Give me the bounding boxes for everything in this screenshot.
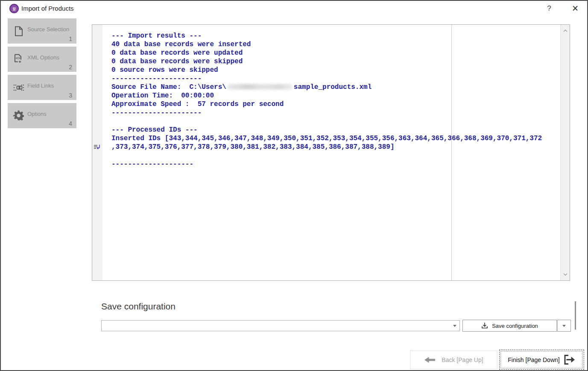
redacted-username-blur: [228, 84, 293, 89]
sidebar-item-options[interactable]: Options4: [8, 103, 76, 128]
log-line: 0 source rows were skipped: [111, 66, 560, 74]
xml-document-icon: <>*: [13, 53, 24, 65]
editor-gutter: [92, 25, 102, 280]
svg-text:*: *: [19, 59, 21, 65]
sidebar-item-label: Field Links: [27, 82, 54, 89]
finish-button[interactable]: Finish [Page Down]: [499, 350, 584, 370]
log-line: --------------------: [111, 160, 560, 168]
save-icon: [481, 322, 488, 329]
log-line: Approximate Speed : 57 records per secon…: [111, 100, 560, 109]
split-dropdown-icon: [562, 325, 566, 327]
import-products-window: u Import of Products ? × Source Selectio…: [0, 0, 588, 371]
back-button[interactable]: Back [Page Up]: [410, 350, 497, 369]
log-line: Source File Name: C:\Users\sample_produc…: [111, 83, 560, 91]
document-icon: [13, 25, 24, 37]
log-line: 0 data base records were skipped: [111, 57, 560, 66]
log-line: Operation Time: 00:00:00: [111, 91, 560, 100]
log-line: ----------------------: [111, 74, 560, 83]
finish-button-label: Finish [Page Down]: [508, 356, 559, 363]
log-line: --- Processed IDs ---: [111, 126, 560, 134]
gear-icon: [13, 110, 24, 122]
import-log-textarea[interactable]: --- Import results ---40 data base recor…: [92, 24, 570, 281]
panel-scrollbar-thumb[interactable]: [575, 301, 576, 330]
finish-button-inner: Finish [Page Down]: [500, 351, 583, 368]
combobox-dropdown-icon[interactable]: [453, 325, 456, 327]
sidebar-item-number: 3: [69, 92, 72, 99]
save-configuration-split-dropdown[interactable]: [557, 320, 571, 332]
log-line: [111, 151, 560, 160]
sidebar-item-source-selection[interactable]: Source Selection1: [8, 18, 76, 44]
log-line: ,373,374,375,376,377,378,379,380,381,382…: [111, 143, 560, 151]
title-bar: u Import of Products ? ×: [1, 1, 587, 16]
close-button[interactable]: ×: [569, 2, 581, 15]
line-wrap-icon: [94, 144, 101, 150]
log-line: 0 data base records were updated: [111, 49, 560, 57]
log-line: [111, 117, 560, 126]
sidebar-item-label: XML Options: [27, 54, 59, 61]
scroll-down-icon[interactable]: [561, 271, 570, 278]
help-button[interactable]: ?: [544, 3, 554, 14]
save-configuration-button-label: Save configuration: [492, 323, 538, 329]
field-links-icon: [13, 82, 24, 94]
sidebar-item-field-links[interactable]: Field Links3: [8, 75, 76, 100]
import-log-text: --- Import results ---40 data base recor…: [111, 32, 560, 280]
back-arrow-icon: [424, 356, 436, 363]
sidebar-item-label: Source Selection: [27, 26, 69, 32]
configuration-name-combobox[interactable]: [101, 320, 460, 331]
app-logo-icon: u: [9, 4, 19, 13]
scroll-up-icon[interactable]: [561, 27, 570, 34]
sidebar-item-label: Options: [27, 111, 47, 117]
sidebar-item-xml-options[interactable]: <>*XML Options2: [8, 47, 76, 72]
window-title: Import of Products: [21, 5, 74, 12]
log-line: --- Import results ---: [111, 32, 560, 40]
save-configuration-button[interactable]: Save configuration: [462, 320, 557, 332]
log-line: Inserted IDs [343,344,345,346,347,348,34…: [111, 134, 560, 143]
sidebar-item-number: 4: [69, 120, 72, 127]
sidebar-item-number: 2: [69, 64, 72, 71]
log-line: ----------------------: [111, 109, 560, 117]
wizard-steps-sidebar: Source Selection1<>*XML Options2Field Li…: [8, 18, 76, 131]
editor-vertical-scrollbar[interactable]: [560, 25, 570, 280]
save-configuration-heading: Save configuration: [101, 301, 176, 312]
configuration-name-input[interactable]: [103, 321, 449, 330]
finish-arrow-icon: [563, 354, 576, 365]
log-line: 40 data base records were inserted: [111, 40, 560, 49]
sidebar-item-number: 1: [69, 35, 72, 42]
back-button-label: Back [Page Up]: [442, 356, 483, 363]
